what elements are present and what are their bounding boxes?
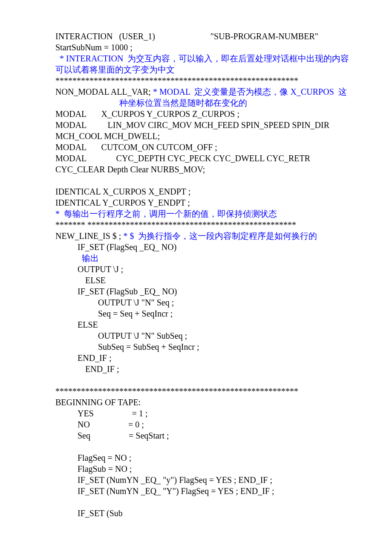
code-line: * INTERACTION 为交互内容，可以输入，即在后置处理对话框中出现的内容 [55,53,337,64]
code-line: IF_SET (FlagSeq _EQ_ NO) [55,241,337,253]
code-line: ******* ********************************… [55,219,337,230]
code-line: OUTPUT \J "N" SubSeq ; [55,330,337,341]
code-line: MODAL CUTCOM_ON CUTCOM_OFF ; [55,142,337,153]
code-span: NON_MODAL ALL_VAR; [55,87,153,96]
code-span: * $ 为换行指令，这一段内容制定程序是如何换行的 [123,231,317,241]
code-line: IDENTICAL Y_CURPOS Y_ENDPT ; [55,197,337,208]
code-content: INTERACTION (USER_1) "SUB-PROGRAM-NUMBER… [55,31,337,519]
code-line: ****************************************… [55,75,337,86]
code-line: Seq = Seq + SeqIncr ; [55,308,337,319]
code-line: SubSeq = SubSeq + SeqIncr ; [55,341,337,352]
code-line: NEW_LINE_IS $ ; * $ 为换行指令，这一段内容制定程序是如何换行… [55,230,337,241]
code-line: MODAL X_CURPOS Y_CURPOS Z_CURPOS ; [55,108,337,119]
code-line: ELSE [55,275,337,286]
code-line [55,375,337,386]
code-line: INTERACTION (USER_1) "SUB-PROGRAM-NUMBER… [55,31,337,42]
code-line: IF_SET (Sub [55,508,337,519]
code-line: IF_SET (NumYN _EQ_ "y") FlagSeq = YES ; … [55,474,337,485]
code-line: IF_SET (NumYN _EQ_ "Y") FlagSeq = YES ; … [55,485,337,497]
code-line: OUTPUT \J ; [55,264,337,275]
code-line: NON_MODAL ALL_VAR; * MODAL 定义变量是否为模态，像 X… [55,86,337,97]
code-line: FlagSeq = NO ; [55,452,337,463]
code-line: IDENTICAL X_CURPOS X_ENDPT ; [55,186,337,197]
code-line: MODAL LIN_MOV CIRC_MOV MCH_FEED SPIN_SPE… [55,119,337,131]
code-line: IF_SET (FlagSub _EQ_ NO) [55,286,337,297]
code-span: NEW_LINE_IS $ ; [55,231,123,241]
code-line: ****************************************… [55,386,337,397]
code-line: END_IF ; [55,363,337,375]
code-line [55,441,337,452]
code-line: BEGINNING OF TAPE: [55,397,337,408]
code-line [55,175,337,186]
code-line: END_IF ; [55,352,337,363]
code-line: * 每输出一行程序之前，调用一个新的值，即保持侦测状态 [55,208,337,219]
document-page: INTERACTION (USER_1) "SUB-PROGRAM-NUMBER… [0,0,392,555]
code-line: 种坐标位置当然是随时都在变化的 [55,97,337,108]
code-line: NO = 0 ; [55,419,337,430]
code-line: CYC_CLEAR Depth Clear NURBS_MOV; [55,164,337,175]
code-line: Seq = SeqStart ; [55,430,337,441]
code-line: YES = 1 ; [55,408,337,419]
code-span: * MODAL 定义变量是否为模态，像 X_CURPOS 这 [153,87,347,96]
code-line: StartSubNum = 1000 ; [55,42,337,53]
code-line: 输出 [55,253,337,264]
code-line: FlagSub = NO ; [55,463,337,474]
code-line: MCH_COOL MCH_DWELL; [55,131,337,142]
code-line: MODAL CYC_DEPTH CYC_PECK CYC_DWELL CYC_R… [55,153,337,164]
code-line [55,497,337,508]
code-line: ELSE [55,319,337,330]
code-line: 可以试着将里面的文字变为中文 [55,64,337,75]
code-line: OUTPUT \J "N" Seq ; [55,297,337,308]
